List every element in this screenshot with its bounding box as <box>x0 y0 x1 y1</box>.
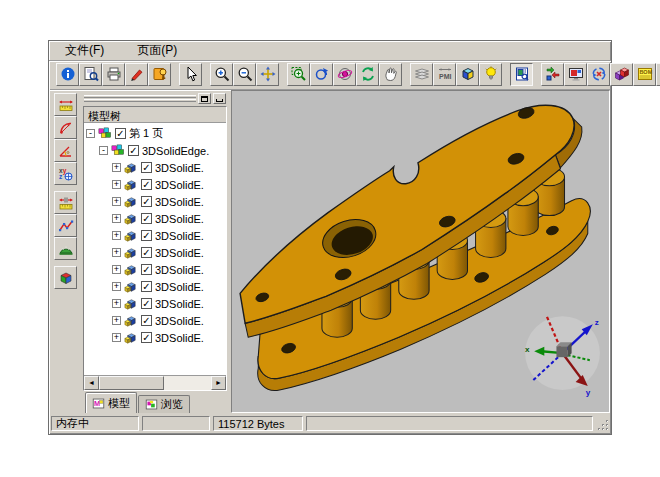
item-checkbox[interactable]: ✓ <box>141 196 152 207</box>
toolbar-button-select-cursor[interactable] <box>179 63 202 86</box>
assembly-multi-icon <box>110 143 125 158</box>
toolbar-button-update-cycle[interactable] <box>587 63 610 86</box>
measure-button-measure-distance[interactable] <box>54 191 77 214</box>
item-checkbox[interactable]: ✓ <box>141 213 152 224</box>
tree-item[interactable]: +✓3DSolidE. <box>84 227 226 244</box>
viewport-3d[interactable]: z x y <box>231 90 610 413</box>
toolbar-button-pan-hand[interactable] <box>379 63 402 86</box>
tree-item[interactable]: -✓第 1 页 <box>84 125 226 142</box>
toolbar-button-refresh-view[interactable] <box>356 63 379 86</box>
expander-icon[interactable]: + <box>112 214 121 223</box>
scrollbar-track[interactable] <box>99 376 211 390</box>
toolbar-button-view-box[interactable] <box>456 63 479 86</box>
item-checkbox[interactable]: ✓ <box>141 281 152 292</box>
toolbar-group: BOM <box>541 63 660 86</box>
item-checkbox[interactable]: ✓ <box>141 247 152 258</box>
expander-icon[interactable]: + <box>112 180 121 189</box>
measure-button-measure-coordinate[interactable]: xyz <box>54 162 77 185</box>
measure-button-measure-protractor[interactable] <box>54 237 77 260</box>
tree-item[interactable]: +✓3DSolidE. <box>84 329 226 346</box>
parts-3d-icon <box>614 66 630 82</box>
tree-item[interactable]: +✓3DSolidE. <box>84 244 226 261</box>
toolbar-button-permissions-key[interactable] <box>148 63 171 86</box>
measure-volume-icon <box>58 270 74 286</box>
tree-horizontal-scrollbar[interactable]: ◄ ► <box>84 375 226 390</box>
item-checkbox[interactable]: ✓ <box>115 128 126 139</box>
toolbar-button-info[interactable] <box>56 63 79 86</box>
expander-icon[interactable]: - <box>86 129 95 138</box>
item-checkbox[interactable]: ✓ <box>141 264 152 275</box>
expander-icon[interactable]: - <box>99 146 108 155</box>
panel-hide-button[interactable] <box>213 93 226 104</box>
toolbar-button-print-preview[interactable] <box>79 63 102 86</box>
part-cubes-icon <box>123 313 138 328</box>
scrollbar-thumb[interactable] <box>99 376 164 390</box>
tab-browse[interactable]: 浏览 <box>138 395 190 413</box>
measure-button-measure-radius[interactable] <box>54 116 77 139</box>
item-checkbox[interactable]: ✓ <box>128 145 139 156</box>
measure-button-measure-polyline[interactable] <box>54 214 77 237</box>
toolbar-button-pan-arrows[interactable] <box>256 63 279 86</box>
expander-icon[interactable]: + <box>112 333 121 342</box>
toolbar-button-print[interactable] <box>102 63 125 86</box>
tree-item[interactable]: -✓3DSolidEdge. <box>84 142 226 159</box>
toolbar-button-bom[interactable]: BOM <box>633 63 656 86</box>
tab-model-active[interactable]: M模型 <box>85 392 137 413</box>
toolbar-button-pmi[interactable]: PMI <box>433 63 456 86</box>
toolbar-group: PMI <box>410 63 502 86</box>
orientation-trackball[interactable]: z x y <box>525 315 600 397</box>
tree-item[interactable]: +✓3DSolidE. <box>84 295 226 312</box>
tree-item[interactable]: +✓3DSolidE. <box>84 193 226 210</box>
tree-item[interactable]: +✓3DSolidE. <box>84 278 226 295</box>
expander-icon[interactable]: + <box>112 163 121 172</box>
measure-button-measure-volume[interactable] <box>54 266 77 289</box>
zoom-out-icon <box>237 66 253 82</box>
menu-file[interactable]: 文件(F) <box>62 41 107 60</box>
toolbar-button-table-search[interactable] <box>656 63 660 86</box>
measure-button-measure-angle[interactable] <box>54 139 77 162</box>
toolbar-group <box>210 63 279 86</box>
toolbar-button-rotate-view[interactable] <box>310 63 333 86</box>
axis-y-label: y <box>586 388 591 397</box>
resize-grip[interactable] <box>596 416 609 431</box>
toolbar-button-assembly-explode[interactable] <box>541 63 564 86</box>
tree-item[interactable]: +✓3DSolidE. <box>84 312 226 329</box>
expander-icon[interactable]: + <box>112 231 121 240</box>
scroll-right-button[interactable]: ► <box>211 376 226 390</box>
tree-box: 模型树 -✓第 1 页-✓3DSolidEdge.+✓3DSolidE.+✓3D… <box>83 106 227 391</box>
toolbar-button-zoom-in[interactable] <box>210 63 233 86</box>
tree-item[interactable]: +✓3DSolidE. <box>84 176 226 193</box>
expander-icon[interactable]: + <box>112 299 121 308</box>
item-checkbox[interactable]: ✓ <box>141 179 152 190</box>
expander-icon[interactable]: + <box>112 265 121 274</box>
part-cubes-icon <box>123 279 138 294</box>
tree-item[interactable]: +✓3DSolidE. <box>84 210 226 227</box>
toolbar-button-layers[interactable] <box>410 63 433 86</box>
tree-item[interactable]: +✓3DSolidE. <box>84 159 226 176</box>
panel-gripper[interactable] <box>83 93 227 104</box>
menu-page[interactable]: 页面(P) <box>134 41 180 60</box>
expander-icon[interactable]: + <box>112 248 121 257</box>
tree-item[interactable]: +✓3DSolidE. <box>84 261 226 278</box>
item-checkbox[interactable]: ✓ <box>141 162 152 173</box>
toolbar-button-zoom-window[interactable] <box>287 63 310 86</box>
toolbar-button-orbit-view[interactable] <box>333 63 356 86</box>
item-checkbox[interactable]: ✓ <box>141 230 152 241</box>
toolbar-button-parts-3d[interactable] <box>610 63 633 86</box>
toolbar-button-screen[interactable] <box>564 63 587 86</box>
pan-arrows-icon <box>260 66 276 82</box>
item-checkbox[interactable]: ✓ <box>141 298 152 309</box>
toolbar-button-zoom-out[interactable] <box>233 63 256 86</box>
toolbar-button-light[interactable] <box>479 63 502 86</box>
item-checkbox[interactable]: ✓ <box>141 315 152 326</box>
expander-icon[interactable]: + <box>112 197 121 206</box>
assembly-multi-icon <box>97 126 112 141</box>
toolbar-button-render-mode[interactable] <box>510 63 533 86</box>
item-checkbox[interactable]: ✓ <box>141 332 152 343</box>
scroll-left-button[interactable]: ◄ <box>84 376 99 390</box>
toolbar-button-annotate-pencil[interactable] <box>125 63 148 86</box>
measure-button-measure-horizontal[interactable] <box>54 93 77 116</box>
expander-icon[interactable]: + <box>112 316 121 325</box>
panel-maximize-button[interactable] <box>198 93 211 104</box>
expander-icon[interactable]: + <box>112 282 121 291</box>
